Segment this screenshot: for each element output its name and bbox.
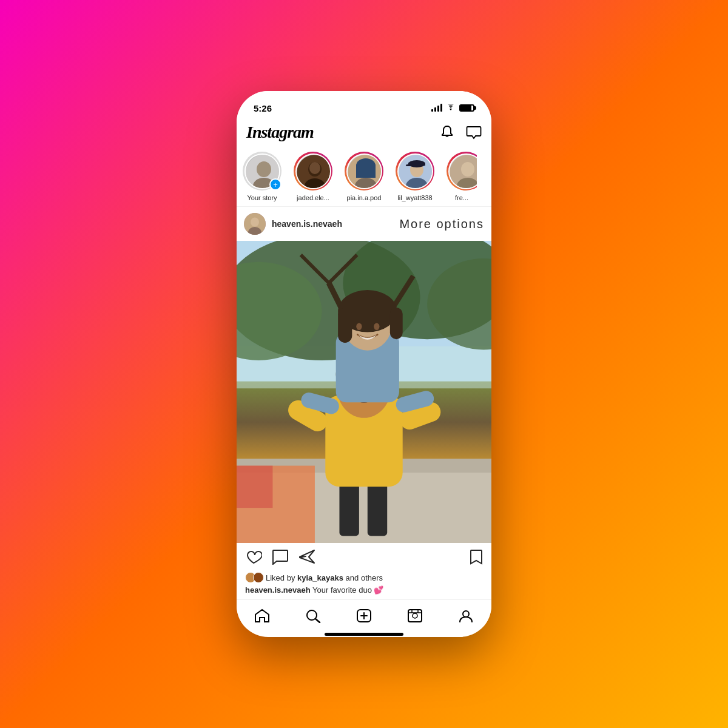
svg-rect-40 bbox=[368, 480, 387, 536]
liked-row: Liked by kyia_kayaks and others bbox=[245, 572, 483, 583]
nav-search[interactable] bbox=[298, 606, 328, 625]
status-icons bbox=[431, 104, 474, 112]
pia-label: pia.in.a.pod bbox=[347, 194, 382, 201]
svg-rect-62 bbox=[408, 610, 422, 622]
svg-rect-16 bbox=[408, 163, 425, 166]
share-button[interactable] bbox=[298, 549, 315, 565]
comment-button[interactable] bbox=[272, 549, 289, 565]
post-avatar[interactable] bbox=[244, 213, 266, 235]
jaded-avatar bbox=[297, 155, 330, 188]
svg-point-6 bbox=[309, 162, 320, 174]
post-image bbox=[237, 241, 491, 543]
jaded-ring bbox=[294, 152, 332, 190]
nav-create[interactable] bbox=[349, 606, 379, 625]
pia-avatar-wrapper bbox=[345, 152, 383, 190]
story-item-jaded[interactable]: jaded.ele... bbox=[288, 152, 339, 201]
lil-wyatt-avatar bbox=[399, 155, 432, 188]
signal-icon bbox=[431, 104, 442, 112]
jaded-label: jaded.ele... bbox=[297, 194, 329, 201]
post-username[interactable]: heaven.is.nevaeh bbox=[272, 219, 342, 229]
fre-avatar-wrapper bbox=[447, 152, 477, 190]
jaded-avatar-wrapper bbox=[294, 152, 332, 190]
save-button[interactable] bbox=[470, 549, 483, 565]
notifications-icon[interactable] bbox=[439, 125, 455, 140]
your-story-avatar-wrapper: + bbox=[243, 152, 281, 190]
svg-rect-54 bbox=[390, 308, 403, 339]
svg-point-55 bbox=[356, 323, 362, 331]
add-story-button[interactable]: + bbox=[269, 178, 281, 190]
liker-avatar-2 bbox=[253, 572, 264, 583]
story-item-your-story[interactable]: + Your story bbox=[237, 152, 288, 201]
post-meta: Liked by kyia_kayaks and others heaven.i… bbox=[237, 571, 491, 599]
status-time: 5:26 bbox=[254, 103, 272, 113]
svg-rect-17 bbox=[406, 164, 411, 166]
instagram-logo: Instagram bbox=[246, 123, 314, 142]
svg-rect-38 bbox=[237, 466, 272, 508]
your-story-label: Your story bbox=[247, 194, 277, 201]
svg-line-58 bbox=[315, 619, 320, 622]
svg-point-1 bbox=[257, 161, 271, 177]
home-indicator bbox=[325, 633, 403, 636]
svg-rect-11 bbox=[356, 166, 376, 178]
lil-wyatt-ring bbox=[396, 152, 434, 190]
status-bar: 5:26 bbox=[237, 91, 491, 118]
post-caption: heaven.is.nevaeh Your favorite duo 💕 bbox=[245, 585, 483, 595]
story-item-lil-wyatt[interactable]: lil_wyatt838 bbox=[389, 152, 440, 201]
fre-label: fre... bbox=[455, 194, 468, 201]
lil-wyatt-avatar-wrapper bbox=[396, 152, 434, 190]
svg-rect-39 bbox=[339, 480, 359, 536]
story-item-pia[interactable]: pia.in.a.pod bbox=[339, 152, 389, 201]
svg-point-22 bbox=[251, 218, 259, 227]
post-actions-left bbox=[245, 549, 315, 565]
fre-avatar bbox=[450, 155, 477, 188]
post-actions bbox=[237, 543, 491, 571]
post-more-options[interactable]: More options bbox=[399, 217, 484, 231]
post: heaven.is.nevaeh More options bbox=[237, 207, 491, 599]
phone-frame: 5:26 Instagram bbox=[237, 91, 491, 637]
pia-ring bbox=[345, 152, 383, 190]
pia-avatar bbox=[348, 155, 381, 188]
direct-messages-icon[interactable] bbox=[466, 125, 482, 140]
svg-point-19 bbox=[461, 162, 474, 177]
nav-profile[interactable] bbox=[451, 606, 481, 625]
fre-ring bbox=[447, 152, 477, 190]
header-icons bbox=[439, 125, 482, 140]
post-header: heaven.is.nevaeh More options bbox=[237, 207, 491, 241]
app-header: Instagram bbox=[237, 118, 491, 147]
bottom-nav bbox=[237, 599, 491, 629]
liked-text: Liked by kyia_kayaks and others bbox=[266, 573, 383, 582]
svg-rect-53 bbox=[338, 308, 352, 343]
svg-point-56 bbox=[374, 323, 379, 331]
svg-point-67 bbox=[463, 611, 469, 617]
caption-username[interactable]: heaven.is.nevaeh bbox=[245, 585, 311, 595]
story-item-fre[interactable]: fre... bbox=[440, 152, 477, 201]
lil-wyatt-label: lil_wyatt838 bbox=[397, 194, 432, 201]
stories-row: + Your story bbox=[237, 147, 491, 207]
liker-name[interactable]: kyia_kayaks bbox=[297, 573, 343, 582]
wifi-icon bbox=[446, 104, 456, 112]
like-button[interactable] bbox=[245, 549, 262, 565]
nav-reels[interactable] bbox=[400, 606, 430, 625]
nav-home[interactable] bbox=[247, 606, 277, 625]
caption-text: Your favorite duo 💕 bbox=[312, 585, 383, 595]
battery-icon bbox=[459, 104, 474, 112]
post-user: heaven.is.nevaeh bbox=[244, 213, 342, 235]
svg-point-63 bbox=[413, 613, 417, 618]
liker-avatars bbox=[245, 572, 261, 583]
